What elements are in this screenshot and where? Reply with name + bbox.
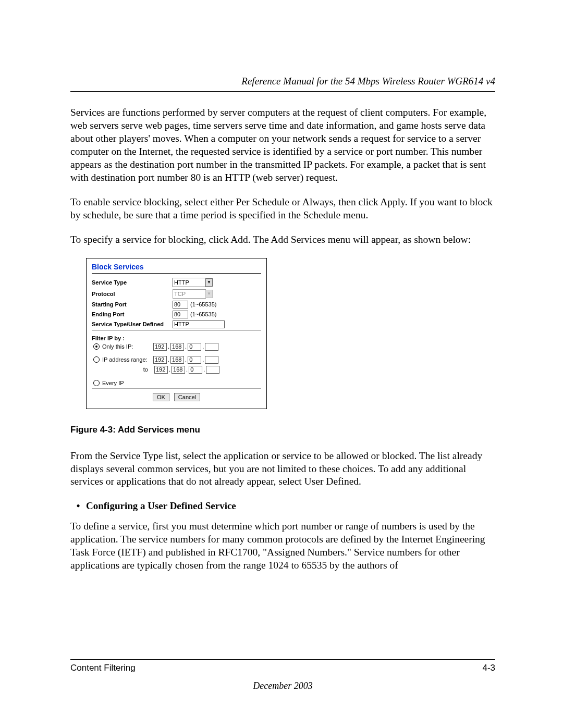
block-services-panel: Block Services Service Type HTTP▼ Protoc…	[86, 258, 267, 409]
panel-title: Block Services	[92, 263, 261, 271]
ip-octet[interactable]	[205, 356, 218, 364]
radio-every-ip[interactable]	[93, 380, 100, 386]
paragraph-services: Services are functions performed by serv…	[70, 106, 495, 184]
ok-button[interactable]: OK	[153, 393, 169, 401]
paragraph-enable-blocking: To enable service blocking, select eithe…	[70, 196, 495, 222]
panel-divider	[92, 330, 261, 331]
label-service-type: Service Type	[92, 279, 173, 286]
ip-input-range-to: 192. 168. 0.	[154, 366, 219, 374]
ip-input-only: 192. 168. 0.	[153, 343, 218, 351]
label-user-defined: Service Type/User Defined	[92, 321, 173, 327]
ip-input-range-from: 192. 168. 0.	[153, 356, 218, 364]
select-protocol: TCP	[173, 289, 206, 299]
ip-octet[interactable]: 192	[153, 356, 167, 364]
panel-divider	[92, 273, 261, 274]
hint-ending-port: (1~65535)	[190, 311, 216, 317]
ip-octet[interactable]	[206, 366, 219, 374]
figure-caption: Figure 4-3: Add Services menu	[70, 425, 495, 435]
input-starting-port[interactable]: 80	[173, 301, 188, 309]
label-protocol: Protocol	[92, 291, 173, 297]
ip-octet[interactable]: 192	[154, 366, 168, 374]
input-ending-port[interactable]: 80	[173, 311, 188, 318]
label-filter-ip-by: Filter IP by :	[92, 335, 261, 341]
label-ip-range: IP address range:	[102, 356, 153, 363]
footer-section: Content Filtering	[70, 663, 136, 673]
page-footer: Content Filtering 4-3 December 2003	[70, 659, 495, 692]
cancel-button[interactable]: Cancel	[174, 393, 200, 401]
panel-divider	[92, 388, 261, 389]
hint-starting-port: (1~65535)	[190, 301, 216, 307]
header-rule	[70, 91, 495, 92]
ip-octet[interactable]: 168	[170, 356, 184, 364]
select-service-type[interactable]: HTTP	[173, 278, 206, 287]
ip-octet[interactable]: 0	[188, 343, 201, 351]
radio-ip-range[interactable]	[93, 356, 100, 363]
label-to: to	[92, 366, 150, 373]
footer-date: December 2003	[70, 681, 495, 692]
bullet-heading: •Configuring a User Defined Service	[70, 500, 495, 512]
label-every-ip: Every IP	[102, 380, 153, 386]
label-starting-port: Starting Port	[92, 301, 173, 307]
paragraph-define-service: To define a service, first you must dete…	[70, 520, 495, 572]
radio-only-this-ip[interactable]	[93, 343, 100, 350]
ip-octet[interactable]: 0	[188, 356, 201, 364]
dropdown-arrow-icon[interactable]: ▼	[205, 278, 213, 287]
footer-rule	[70, 659, 495, 660]
ip-octet[interactable]	[205, 343, 218, 351]
footer-page-number: 4-3	[482, 663, 495, 673]
ip-octet[interactable]: 192	[153, 343, 167, 351]
ip-octet[interactable]: 168	[170, 343, 184, 351]
label-ending-port: Ending Port	[92, 311, 173, 317]
dropdown-arrow-icon: ▼	[205, 290, 213, 298]
input-user-defined[interactable]: HTTP	[173, 320, 225, 328]
figure-block-services: Block Services Service Type HTTP▼ Protoc…	[70, 258, 495, 435]
label-only-this-ip: Only this IP:	[102, 343, 153, 350]
running-header: Reference Manual for the 54 Mbps Wireles…	[70, 76, 495, 87]
paragraph-specify-service: To specify a service for blocking, click…	[70, 233, 495, 246]
ip-octet[interactable]: 0	[189, 366, 202, 374]
ip-octet[interactable]: 168	[172, 366, 185, 374]
paragraph-from-list: From the Service Type list, select the a…	[70, 450, 495, 489]
